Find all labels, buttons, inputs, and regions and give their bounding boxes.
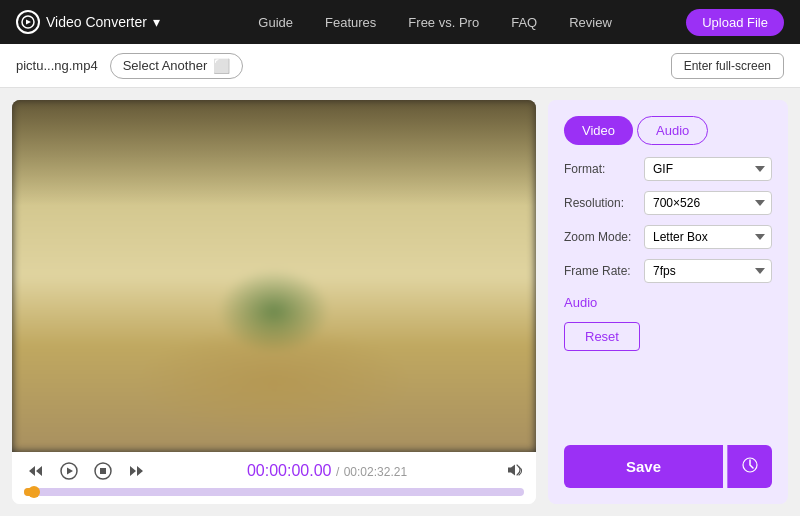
controls-row: 00:00:00.00 / 00:02:32.21 [24,460,524,482]
settings-panel: Video Audio Format: GIF MP4 AVI MOV WebM… [548,100,788,504]
format-label: Format: [564,162,636,176]
forward-button[interactable] [124,462,148,480]
video-top-overlay [12,100,536,206]
video-area[interactable] [12,100,536,452]
upload-file-button[interactable]: Upload File [686,9,784,36]
tab-row: Video Audio [564,116,772,145]
select-another-button[interactable]: Select Another ⬜ [110,53,244,79]
nav-link-free-vs-pro[interactable]: Free vs. Pro [408,15,479,30]
stop-button[interactable] [90,460,116,482]
save-button[interactable]: Save [564,445,723,488]
time-separator: / [336,465,339,479]
zoom-label: Zoom Mode: [564,230,636,244]
select-another-label: Select Another [123,58,208,73]
nav-link-features[interactable]: Features [325,15,376,30]
framerate-field-row: Frame Rate: 7fps 15fps 24fps 30fps [564,259,772,283]
volume-button[interactable] [506,463,524,480]
tab-audio[interactable]: Audio [637,116,708,145]
monitor-icon: ⬜ [213,58,230,74]
resolution-field-row: Resolution: 700×526 1280×720 1920×1080 6… [564,191,772,215]
nav-links: Guide Features Free vs. Pro FAQ Review [184,15,686,30]
rewind-button[interactable] [24,462,48,480]
fullscreen-button[interactable]: Enter full-screen [671,53,784,79]
format-field-row: Format: GIF MP4 AVI MOV WebM [564,157,772,181]
play-button[interactable] [56,460,82,482]
tab-video[interactable]: Video [564,116,633,145]
save-options-button[interactable] [727,445,772,488]
logo-icon [16,10,40,34]
zoom-select[interactable]: Letter Box Pan & Scan Full [644,225,772,249]
main-content: 00:00:00.00 / 00:02:32.21 V [0,88,800,516]
video-panel: 00:00:00.00 / 00:02:32.21 [12,100,536,504]
framerate-label: Frame Rate: [564,264,636,278]
nav-link-guide[interactable]: Guide [258,15,293,30]
spacer [564,363,772,433]
save-row: Save [564,445,772,488]
nav-logo-arrow: ▾ [153,14,160,30]
toolbar: pictu...ng.mp4 Select Another ⬜ Enter fu… [0,44,800,88]
nav-logo[interactable]: Video Converter ▾ [16,10,160,34]
framerate-select[interactable]: 7fps 15fps 24fps 30fps [644,259,772,283]
navbar: Video Converter ▾ Guide Features Free vs… [0,0,800,44]
settings-fields: Format: GIF MP4 AVI MOV WebM Resolution:… [564,157,772,283]
video-controls: 00:00:00.00 / 00:02:32.21 [12,452,536,504]
time-display: 00:00:00.00 / 00:02:32.21 [156,462,498,480]
audio-link[interactable]: Audio [564,295,772,310]
nav-link-faq[interactable]: FAQ [511,15,537,30]
time-total: 00:02:32.21 [344,465,407,479]
time-current: 00:00:00.00 [247,462,332,479]
reset-button[interactable]: Reset [564,322,640,351]
resolution-select[interactable]: 700×526 1280×720 1920×1080 640×480 [644,191,772,215]
zoom-field-row: Zoom Mode: Letter Box Pan & Scan Full [564,225,772,249]
nav-logo-text: Video Converter [46,14,147,30]
file-name: pictu...ng.mp4 [16,58,98,73]
svg-rect-3 [100,468,106,474]
nav-link-review[interactable]: Review [569,15,612,30]
format-select[interactable]: GIF MP4 AVI MOV WebM [644,157,772,181]
resolution-label: Resolution: [564,196,636,210]
progress-handle[interactable] [28,486,40,498]
progress-bar[interactable] [24,488,524,496]
